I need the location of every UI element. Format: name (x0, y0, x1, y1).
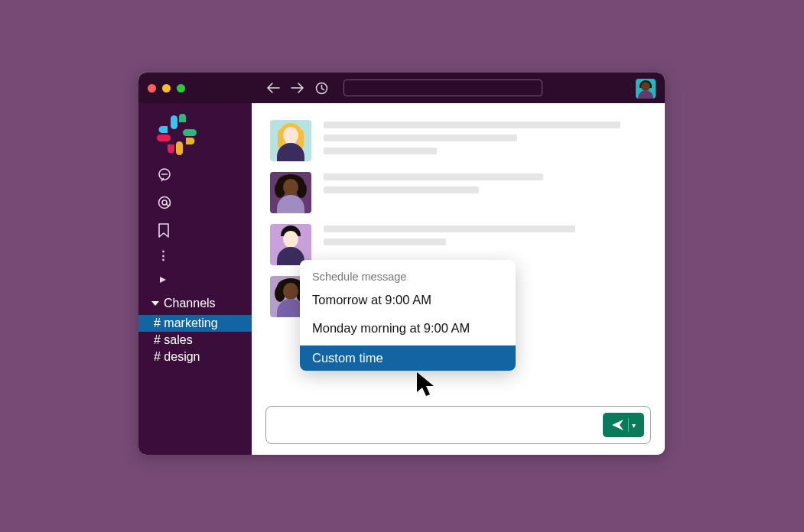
message-content-placeholder (324, 120, 646, 161)
nav-back-icon[interactable] (266, 83, 280, 93)
message-row (270, 224, 646, 265)
history-nav (266, 82, 328, 95)
message-content-placeholder (324, 172, 646, 213)
titlebar (138, 73, 665, 103)
svg-rect-3 (176, 141, 183, 155)
schedule-message-popover: Schedule message Tomorrow at 9:00 AM Mon… (300, 260, 516, 371)
channels-section-header[interactable]: Channels (138, 297, 252, 310)
history-icon[interactable] (315, 82, 328, 95)
svg-point-7 (159, 197, 171, 209)
message-avatar[interactable] (270, 224, 311, 265)
bookmark-icon[interactable] (157, 222, 252, 239)
expand-icon[interactable] (138, 273, 252, 286)
slack-logo-icon (155, 114, 198, 157)
channel-sales[interactable]: # sales (138, 332, 252, 349)
send-button[interactable]: ▾ (603, 413, 644, 437)
nav-forward-icon[interactable] (291, 83, 304, 93)
schedule-option-tomorrow[interactable]: Tomorrow at 9:00 AM (300, 289, 516, 311)
channel-marketing[interactable]: # marketing (138, 315, 252, 332)
svg-rect-4 (157, 135, 171, 141)
window-minimize-button[interactable] (162, 84, 171, 92)
message-row (270, 120, 646, 161)
send-icon (611, 419, 625, 431)
chevron-down-icon[interactable]: ▾ (632, 421, 636, 430)
search-input[interactable] (343, 79, 542, 96)
schedule-option-custom[interactable]: Custom time (300, 345, 516, 371)
sidebar: ⋮ Channels # marketing # sales # design (138, 103, 252, 455)
threads-icon[interactable] (157, 167, 252, 183)
mentions-icon[interactable] (157, 195, 252, 210)
mouse-cursor-icon (415, 371, 438, 401)
window-close-button[interactable] (148, 84, 156, 92)
message-avatar[interactable] (270, 120, 311, 161)
user-avatar[interactable] (636, 79, 656, 99)
message-composer[interactable]: ▾ (265, 406, 651, 444)
more-icon[interactable]: ⋮ (138, 248, 252, 262)
message-row (270, 172, 646, 213)
caret-down-icon (151, 301, 159, 306)
window-zoom-button[interactable] (177, 84, 185, 92)
channels-label: Channels (164, 297, 216, 310)
popover-title: Schedule message (300, 271, 516, 289)
svg-point-8 (162, 200, 167, 205)
svg-rect-2 (183, 129, 197, 136)
svg-rect-1 (171, 115, 177, 129)
message-avatar[interactable] (270, 172, 311, 213)
message-content-placeholder (324, 224, 646, 265)
channel-design[interactable]: # design (138, 349, 252, 365)
schedule-option-monday[interactable]: Monday morning at 9:00 AM (300, 317, 516, 339)
